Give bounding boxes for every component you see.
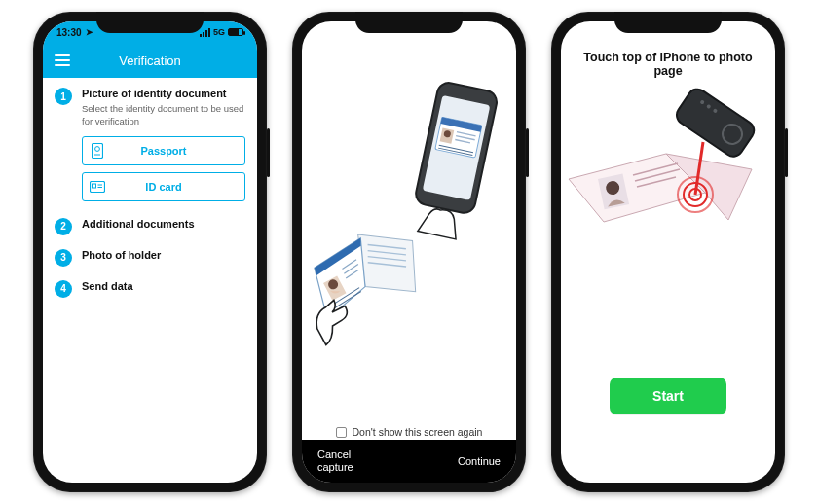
idcard-button[interactable]: ID card: [82, 172, 245, 201]
passport-icon: [83, 143, 112, 159]
status-time: 13:30: [56, 27, 82, 38]
checkbox-icon[interactable]: [336, 427, 347, 438]
notch: [96, 12, 204, 33]
phone-capture-instruction: Don't show this screen again Cancel capt…: [292, 12, 526, 492]
svg-rect-38: [673, 86, 758, 161]
network-label: 5G: [213, 27, 225, 37]
cancel-capture-button[interactable]: Cancel capture: [317, 449, 353, 473]
step-title: Send data: [82, 280, 245, 292]
battery-icon: [228, 28, 243, 36]
start-button[interactable]: Start: [610, 378, 726, 414]
step-2[interactable]: 2 Additional documents: [55, 218, 245, 235]
phone-nfc-scan: Touch top of iPhone to photo page: [551, 12, 785, 492]
step-4[interactable]: 4 Send data: [55, 280, 245, 298]
step-badge: 2: [55, 218, 72, 235]
idcard-label: ID card: [112, 181, 244, 193]
phone-verification-steps: 13:30 ➤ 5G Verification 1 Picture of ide…: [33, 12, 267, 492]
passport-in-hand-icon: [306, 224, 432, 360]
svg-rect-4: [93, 184, 96, 188]
nfc-illustration: [561, 86, 775, 270]
signal-icon: [200, 28, 210, 37]
menu-icon[interactable]: [55, 54, 70, 66]
notch: [614, 12, 722, 33]
checkbox-label: Don't show this screen again: [353, 426, 483, 438]
step-badge: 4: [55, 280, 72, 298]
bottom-bar: Cancel capture Continue: [302, 440, 516, 483]
continue-button[interactable]: Continue: [458, 455, 501, 467]
appbar-title: Verification: [119, 54, 181, 68]
passport-button[interactable]: Passport: [82, 136, 245, 165]
step-1: 1 Picture of identity document Select th…: [55, 88, 245, 208]
dont-show-again[interactable]: Don't show this screen again: [302, 426, 516, 438]
location-icon: ➤: [86, 27, 93, 37]
scanning-phone-icon: [407, 82, 502, 247]
step-3[interactable]: 3 Photo of holder: [55, 249, 245, 267]
capture-illustration: [302, 21, 516, 483]
step-title: Picture of identity document: [82, 88, 245, 99]
step-title: Additional documents: [82, 218, 245, 230]
passport-label: Passport: [112, 145, 244, 157]
app-bar: Verification: [43, 43, 257, 78]
svg-point-1: [95, 146, 100, 151]
notch: [355, 12, 463, 33]
step-badge: 1: [55, 88, 72, 105]
idcard-icon: [83, 181, 112, 193]
steps-list: 1 Picture of identity document Select th…: [43, 78, 257, 321]
step-badge: 3: [55, 249, 72, 267]
step-desc: Select the identity document to be used …: [82, 103, 245, 128]
step-title: Photo of holder: [82, 249, 245, 261]
